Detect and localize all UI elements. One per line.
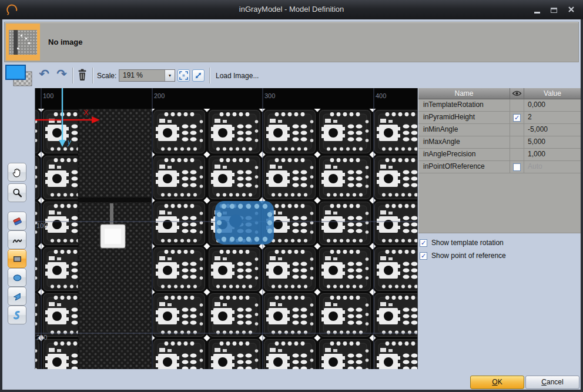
toolbar-separator xyxy=(209,68,210,83)
eraser-icon xyxy=(12,216,23,227)
app-window: inGrayModel - Model Definition xyxy=(0,0,583,392)
property-name: inMinAngle xyxy=(418,124,510,136)
pyramid-height-checkbox[interactable]: ✓ xyxy=(513,114,521,122)
window-title: inGrayModel - Model Definition xyxy=(0,5,583,14)
property-value[interactable]: Auto xyxy=(524,161,581,173)
minimize-button[interactable] xyxy=(534,7,540,14)
curve-icon xyxy=(12,310,23,321)
property-row: inMinAngle -5,000 xyxy=(418,124,581,136)
column-header-visibility[interactable] xyxy=(510,88,524,99)
parameters-panel: Name Value inTemplateRotation 0,000 inPy… xyxy=(418,88,581,369)
checkbox-label: Show template rotation xyxy=(431,239,504,247)
column-header-value[interactable]: Value xyxy=(524,88,581,99)
panel-filler xyxy=(418,173,581,233)
fit-icon xyxy=(179,71,188,80)
close-icon xyxy=(568,6,575,13)
property-name: inAnglePrecision xyxy=(418,149,510,161)
property-name: inMaxAngle xyxy=(418,136,510,149)
property-name: inTemplateRotation xyxy=(418,99,510,112)
axis-y-label: y xyxy=(67,138,72,146)
window-controls xyxy=(534,6,575,14)
show-template-rotation-checkbox[interactable]: ✓ xyxy=(420,239,427,247)
redo-button[interactable]: ↷ xyxy=(54,65,69,83)
property-visibility-cell xyxy=(510,161,524,173)
chevron-down-icon[interactable]: ▾ xyxy=(165,70,175,81)
cancel-button[interactable]: Cancel xyxy=(525,376,579,389)
checkbox-label: Show point of reference xyxy=(431,252,506,260)
svg-text:300: 300 xyxy=(264,92,275,99)
zoom-tool-button[interactable] xyxy=(8,183,26,202)
scale-label: Scale: xyxy=(97,63,116,88)
no-image-label: No image xyxy=(48,22,83,62)
show-point-of-reference-option: ✓ Show point of reference xyxy=(420,249,581,262)
trash-icon xyxy=(79,69,86,81)
titlebar: inGrayModel - Model Definition xyxy=(0,0,583,19)
scale-combobox[interactable]: 191 % ▾ xyxy=(119,69,175,82)
property-row: inPointOfReference Auto xyxy=(418,161,581,173)
polygon-icon xyxy=(12,291,23,302)
freehand-tool-button[interactable] xyxy=(8,230,26,249)
point-of-reference-checkbox[interactable] xyxy=(513,163,521,171)
ellipse-region-tool-button[interactable] xyxy=(8,268,26,287)
curve-region-tool-button[interactable] xyxy=(8,306,26,324)
property-row: inAnglePrecision 1,000 xyxy=(418,149,581,161)
svg-text:100: 100 xyxy=(43,92,53,99)
eye-icon xyxy=(512,91,522,96)
zoom-window-button[interactable] xyxy=(192,69,205,82)
scale-value: 191 % xyxy=(123,70,143,81)
maximize-button[interactable] xyxy=(551,8,557,13)
toolbar-separator xyxy=(72,68,73,83)
show-point-of-reference-checkbox[interactable]: ✓ xyxy=(420,252,427,260)
toolbar-separator xyxy=(92,68,93,83)
axis-x-label: X xyxy=(83,108,89,117)
property-name: inPointOfReference xyxy=(418,161,510,173)
property-row: inTemplateRotation 0,000 xyxy=(418,99,581,112)
rectangle-icon xyxy=(12,253,23,264)
image-banner: No image xyxy=(4,22,579,62)
svg-text:100: 100 xyxy=(36,222,47,229)
dialog-body: No image ↶ ↷ xyxy=(2,19,581,390)
tool-palette xyxy=(2,88,35,369)
rectangle-region-tool-button[interactable] xyxy=(8,249,26,268)
dark-texture-columns xyxy=(78,109,152,369)
property-row: inMaxAngle 5,000 xyxy=(418,136,581,149)
property-value[interactable]: 1,000 xyxy=(524,149,581,161)
image-canvas[interactable]: 100 200 300 400 100 200 xyxy=(35,88,417,369)
property-visibility-cell xyxy=(510,149,524,161)
property-visibility-cell: ✓ xyxy=(510,112,524,124)
property-row: inPyramidHeight ✓ 2 xyxy=(418,112,581,124)
ok-button[interactable]: OK xyxy=(470,376,524,389)
fit-to-window-button[interactable] xyxy=(177,69,190,82)
eraser-tool-button[interactable] xyxy=(8,212,26,230)
property-value[interactable]: 0,000 xyxy=(524,99,581,112)
thumbnail-image xyxy=(9,30,37,55)
polygon-region-tool-button[interactable] xyxy=(8,287,26,306)
selection-region[interactable] xyxy=(215,201,274,244)
delete-region-button[interactable] xyxy=(76,68,88,81)
property-visibility-cell xyxy=(510,99,524,112)
hand-icon xyxy=(12,167,23,178)
maximize-icon xyxy=(551,8,557,13)
svg-text:200: 200 xyxy=(154,92,165,99)
pan-tool-button[interactable] xyxy=(8,163,26,182)
magnifier-icon xyxy=(12,187,23,199)
property-visibility-cell xyxy=(510,124,524,136)
column-header-name[interactable]: Name xyxy=(418,88,510,99)
property-value[interactable]: 5,000 xyxy=(524,136,581,149)
property-value[interactable]: -5,000 xyxy=(524,124,581,136)
property-name: inPyramidHeight xyxy=(418,112,510,124)
image-thumbnail[interactable] xyxy=(6,24,40,61)
property-visibility-cell xyxy=(510,136,524,149)
svg-text:400: 400 xyxy=(376,92,386,99)
property-value[interactable]: 2 xyxy=(524,112,581,124)
svg-text:200: 200 xyxy=(36,334,47,341)
close-button[interactable] xyxy=(568,5,575,15)
minimize-icon xyxy=(534,12,540,14)
undo-button[interactable]: ↶ xyxy=(36,65,52,83)
load-image-button[interactable]: Load Image... xyxy=(216,63,259,88)
squiggle-icon xyxy=(12,234,23,246)
show-template-rotation-option: ✓ Show template rotation xyxy=(420,236,581,249)
toolbar: ↶ ↷ Scale: 191 % ▾ xyxy=(2,63,579,88)
expand-icon xyxy=(194,71,203,80)
region-preview-icon xyxy=(5,63,33,88)
